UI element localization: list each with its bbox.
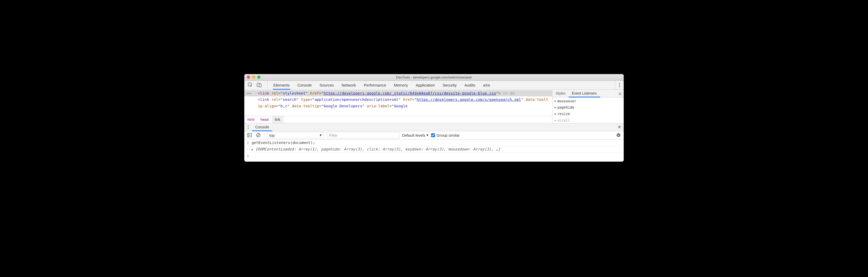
breadcrumb: html head link <box>244 116 552 123</box>
listener-item[interactable]: ▶resize <box>553 111 624 117</box>
chevron-down-icon: ▾ <box>427 133 429 137</box>
svg-point-6 <box>248 125 249 126</box>
attr-val: b,c <box>280 104 287 108</box>
tag: link <box>260 91 269 95</box>
attr-link[interactable]: https://developers.google.com/_static/64… <box>323 91 496 95</box>
console-prompt[interactable]: ❯ <box>244 153 624 162</box>
console-command: getEventListeners(document); <box>252 141 315 145</box>
drawer-menu-icon[interactable] <box>244 123 252 131</box>
listener-item[interactable]: ▶scroll <box>553 117 624 123</box>
tab-performance[interactable]: Performance <box>364 81 386 89</box>
tab-label: Network <box>342 83 356 87</box>
context-select[interactable]: top ▾ <box>267 132 324 138</box>
group-similar-checkbox[interactable]: Group similar <box>431 133 460 137</box>
console-input-line[interactable]: ❯ getEventListeners(document); <box>244 140 624 146</box>
expand-icon[interactable]: ▶ <box>252 148 253 151</box>
drawer-header: Console ✕ <box>244 123 624 131</box>
attr: rel <box>271 97 278 102</box>
prefix: < <box>258 91 260 95</box>
selected-suffix: == $0 <box>500 91 514 95</box>
inspect-element-icon[interactable] <box>246 81 254 89</box>
ellipsis-icon[interactable]: ••• <box>246 91 252 96</box>
drawer-tab-console[interactable]: Console <box>252 123 272 131</box>
console-sidebar-toggle-icon[interactable] <box>246 131 253 139</box>
listener-item[interactable]: ▶pagehide <box>553 104 624 111</box>
console-output-line[interactable]: ‹⋅ ▶ {DOMContentLoaded: Array(1), pagehi… <box>244 146 624 153</box>
console-settings-icon[interactable] <box>615 131 622 139</box>
svg-point-5 <box>619 86 620 87</box>
console-toolbar: top ▾ Default levels ▾ Group similar <box>244 131 624 140</box>
devtools-window: DevTools - developers.google.com/web/sho… <box>244 74 624 162</box>
tab-label: Memory <box>394 83 408 87</box>
attr: type <box>301 97 310 102</box>
expand-icon: ▶ <box>555 98 556 104</box>
tab-sources[interactable]: Sources <box>320 81 334 89</box>
tab-label: Console <box>298 83 312 87</box>
side-pane: Styles Event Listeners » ▶mouseover ▶pag… <box>552 90 624 123</box>
group-similar-label: Group similar <box>437 133 460 137</box>
svg-rect-2 <box>259 84 261 87</box>
crumb-html[interactable]: html <box>244 116 257 123</box>
traffic-lights <box>244 75 260 79</box>
tab-security[interactable]: Security <box>442 81 457 89</box>
elements-panel: ••• <link rel="stylesheet" href="https:/… <box>244 90 624 123</box>
tab-application[interactable]: Application <box>416 81 435 89</box>
side-more-icon[interactable]: » <box>616 90 624 97</box>
tab-label: Application <box>416 83 435 87</box>
minimize-window-button[interactable] <box>252 75 255 79</box>
attr: href <box>310 91 319 95</box>
svg-point-8 <box>248 128 249 129</box>
tab-console[interactable]: Console <box>298 81 312 89</box>
zoom-window-button[interactable] <box>257 75 260 79</box>
expand-icon: ▶ <box>555 118 556 123</box>
svg-point-7 <box>248 127 249 128</box>
dom-tree[interactable]: <link rel="stylesheet" href="https://dev… <box>244 90 552 116</box>
listener-name: pagehide <box>557 104 574 111</box>
dom-pane: ••• <link rel="stylesheet" href="https:/… <box>244 90 552 123</box>
close-window-button[interactable] <box>247 75 250 79</box>
main-menu-icon[interactable] <box>615 81 624 89</box>
tab-network[interactable]: Network <box>342 81 356 89</box>
tab-memory[interactable]: Memory <box>394 81 408 89</box>
expand-icon: ▶ <box>555 112 556 117</box>
listener-item[interactable]: ▶mouseover <box>553 98 624 104</box>
side-tab-styles[interactable]: Styles <box>553 90 569 97</box>
tabs-row: Elements Console Sources Network Perform… <box>268 81 615 89</box>
filter-input[interactable] <box>327 132 399 138</box>
tab-audits[interactable]: Audits <box>464 81 475 89</box>
crumb-label: link <box>275 118 280 122</box>
crumb-label: html <box>247 118 254 122</box>
window-title: DevTools - developers.google.com/web/sho… <box>244 75 624 79</box>
side-tab-event-listeners[interactable]: Event Listeners <box>569 90 600 97</box>
crumb-head[interactable]: head <box>257 116 272 123</box>
chevron-down-icon: ▾ <box>320 133 322 137</box>
dom-node-selected[interactable]: <link rel="stylesheet" href="https://dev… <box>244 90 552 97</box>
tab-elements[interactable]: Elements <box>273 81 290 89</box>
expand-icon: ▶ <box>555 105 556 110</box>
listener-name: mouseover <box>557 98 577 104</box>
side-tab-label: Event Listeners <box>572 91 597 95</box>
side-tabs: Styles Event Listeners » <box>553 90 624 97</box>
log-levels-select[interactable]: Default levels ▾ <box>402 133 429 137</box>
tab-axe[interactable]: aXe <box>483 81 490 89</box>
group-similar-input[interactable] <box>431 133 435 137</box>
drawer-close-icon[interactable]: ✕ <box>615 123 624 131</box>
dom-node[interactable]: <link rel="search" type="application/ope… <box>244 96 552 109</box>
attr: data-tooltip <box>292 104 319 108</box>
attr-val: search <box>283 97 296 102</box>
listener-name: resize <box>557 111 570 117</box>
crumb-link[interactable]: link <box>272 116 283 123</box>
attr-val: application/opensearchdescription+xml <box>314 97 398 102</box>
levels-label: Default levels <box>402 133 426 137</box>
output-chevron-icon: ‹⋅ <box>246 147 249 151</box>
attr-val: Google <box>394 104 407 108</box>
console-result: {DOMContentLoaded: Array(1), pagehide: A… <box>255 147 500 151</box>
device-toolbar-icon[interactable] <box>255 81 263 89</box>
main-tab-bar: Elements Console Sources Network Perform… <box>244 81 624 90</box>
clear-console-icon[interactable] <box>255 131 261 139</box>
attr-link[interactable]: https://developers.google.com/s/opensear… <box>416 97 521 102</box>
tab-label: Performance <box>364 83 386 87</box>
titlebar: DevTools - developers.google.com/web/sho… <box>244 74 624 81</box>
attr-val: stylesheet <box>283 91 305 95</box>
tab-label: Elements <box>273 83 290 87</box>
